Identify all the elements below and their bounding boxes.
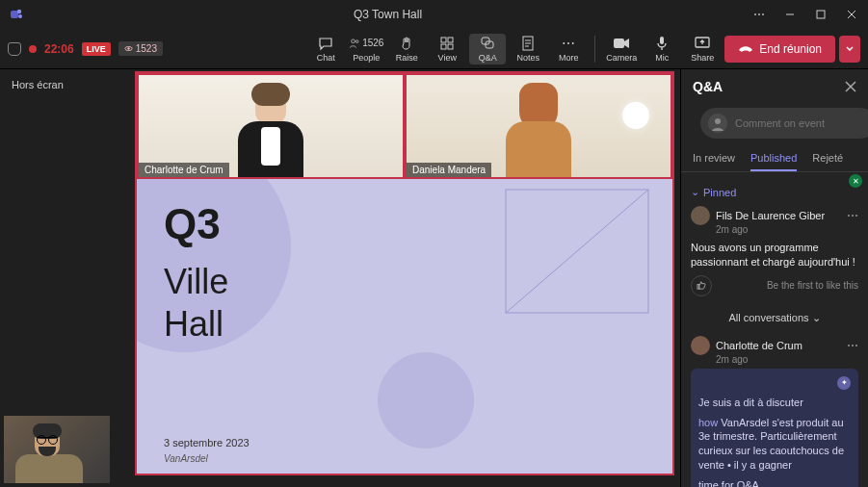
meeting-toolbar: 22:06 LIVE 1523 Chat 1526 People Raise V…: [0, 29, 868, 69]
shared-content: Charlotte de Crum Daniela Mandera Q3 Vil…: [135, 71, 674, 475]
post-2-avatar: [691, 336, 710, 355]
raise-hand-button[interactable]: Raise: [388, 34, 425, 64]
qa-icon: [480, 36, 495, 51]
more-button[interactable]: ⋯ More: [550, 34, 587, 64]
tab-rejected[interactable]: Rejeté: [812, 146, 843, 171]
svg-line-24: [506, 190, 648, 313]
shield-icon: [8, 42, 21, 56]
chat-button[interactable]: Chat: [307, 34, 344, 64]
svg-point-8: [352, 38, 355, 42]
left-column: Hors écran: [0, 69, 135, 487]
qa-panel-title: Q&A: [693, 79, 723, 94]
main-stage: Charlotte de Crum Daniela Mandera Q3 Vil…: [135, 69, 680, 487]
more-horizontal-icon: ⋯: [562, 36, 575, 51]
slide-heading: Q3: [164, 200, 221, 248]
more-window-icon[interactable]: ⋯: [749, 4, 770, 25]
post-1-author: Fils De Laurence Giber: [716, 210, 825, 221]
svg-point-1: [17, 10, 21, 13]
raise-hand-icon: [399, 36, 414, 51]
post-2-reply-line2: VanArsdel s'est produit au 3e trimestre.…: [698, 417, 844, 472]
view-grid-icon: [440, 36, 454, 51]
view-button[interactable]: View: [429, 34, 465, 64]
qa-panel: Q&A ▾ In review Published Rejeté ✕: [680, 69, 868, 487]
qa-comment-input[interactable]: [735, 117, 868, 129]
post-2-reply-how: how: [698, 417, 718, 428]
post-2-time: 2m ago: [716, 354, 858, 365]
tab-published[interactable]: Published: [750, 146, 797, 171]
title-bar: Q3 Town Hall ⋯: [0, 0, 868, 29]
post-1-first-like: Be the first to like this: [767, 280, 858, 291]
qa-post-1: Fils De Laurence Giber ⋯ 2m ago Nous avo…: [691, 202, 858, 304]
mic-button[interactable]: Mic: [644, 34, 680, 64]
self-video-thumbnail[interactable]: [4, 416, 110, 483]
svg-point-28: [715, 118, 721, 124]
svg-rect-11: [448, 38, 453, 42]
people-button[interactable]: 1526 People: [348, 34, 384, 64]
post-2-author: Charlotte de Crum: [716, 340, 802, 351]
post-2-reply-line1: Je suis a dit à discuter: [698, 396, 851, 410]
hangup-icon: [738, 44, 753, 54]
post-1-time: 2m ago: [716, 224, 858, 235]
window-title: Q3 Town Hall: [27, 8, 749, 21]
end-meeting-dropdown[interactable]: [839, 36, 860, 63]
presenter-video-2[interactable]: Daniela Mandera: [405, 73, 672, 179]
svg-rect-0: [11, 11, 18, 18]
slide-line-2: Hall: [164, 304, 224, 345]
svg-rect-12: [441, 44, 446, 49]
self-avatar: [708, 114, 727, 133]
post-1-like-button[interactable]: [691, 275, 712, 296]
svg-point-7: [127, 47, 129, 49]
post-1-more-button[interactable]: ⋯: [847, 209, 858, 222]
camera-button[interactable]: Camera: [603, 34, 640, 64]
viewer-count: 1523: [136, 43, 157, 54]
app-icon: [6, 4, 27, 25]
share-screen-icon: [695, 36, 710, 51]
people-icon: 1526: [349, 36, 383, 51]
thumbs-up-icon: [697, 280, 707, 291]
all-conversations-toggle[interactable]: All conversations ⌄: [691, 304, 858, 332]
svg-rect-32: [697, 285, 698, 290]
qa-comment-input-container[interactable]: [700, 108, 868, 139]
presentation-slide: Q3 Ville Hall 3 septembre 2023 VanArsdel: [137, 179, 672, 474]
tab-in-review[interactable]: In review: [693, 146, 735, 171]
qa-button[interactable]: Q&A: [469, 34, 506, 64]
svg-rect-21: [660, 37, 664, 44]
slide-line-1: Ville: [164, 262, 228, 302]
post-2-more-button[interactable]: ⋯: [847, 339, 858, 352]
camera-icon: [613, 36, 630, 51]
presenter-1-name: Charlotte de Crum: [139, 163, 229, 177]
close-qa-icon[interactable]: [845, 81, 856, 92]
pinned-section-header[interactable]: ⌄ Pinned: [691, 186, 858, 198]
chevron-down-icon: ⌄: [691, 186, 699, 198]
bot-badge-icon: ✦: [837, 376, 851, 390]
end-meeting-button[interactable]: End réunion: [724, 36, 835, 63]
slide-brand: VanArsdel: [164, 453, 208, 464]
notes-button[interactable]: Notes: [510, 34, 546, 64]
post-1-avatar: [691, 206, 710, 225]
qa-tabs: In review Published Rejeté: [681, 146, 868, 172]
close-window-icon[interactable]: [841, 4, 862, 25]
live-badge: LIVE: [82, 42, 111, 56]
off-screen-label: Hors écran: [0, 69, 135, 100]
chat-icon: [318, 36, 333, 51]
viewer-count-badge: 1523: [118, 41, 163, 56]
qa-post-2: Charlotte de Crum ⋯ 2m ago ✦ Je suis a d…: [691, 332, 858, 487]
maximize-icon[interactable]: [810, 4, 831, 25]
post-2-reply-bubble: ✦ Je suis a dit à discuter how VanArsdel…: [691, 369, 858, 487]
minimize-icon[interactable]: [779, 4, 801, 25]
toolbar-separator: [594, 36, 595, 63]
svg-point-9: [355, 39, 358, 42]
svg-point-2: [18, 14, 22, 18]
presenter-video-1[interactable]: Charlotte de Crum: [137, 73, 405, 179]
notes-icon: [521, 36, 535, 51]
svg-rect-20: [614, 38, 624, 48]
slide-triangle-decoration: [505, 189, 649, 314]
slide-date: 3 septembre 2023: [164, 437, 250, 449]
recording-timer: 22:06: [44, 42, 74, 56]
share-button[interactable]: Share: [684, 34, 721, 64]
chevron-down-icon: [845, 44, 855, 54]
mic-icon: [656, 36, 668, 51]
chevron-down-icon: ⌄: [812, 312, 821, 323]
new-indicator-badge[interactable]: ✕: [849, 174, 862, 188]
presenter-2-name: Daniela Mandera: [407, 163, 491, 177]
